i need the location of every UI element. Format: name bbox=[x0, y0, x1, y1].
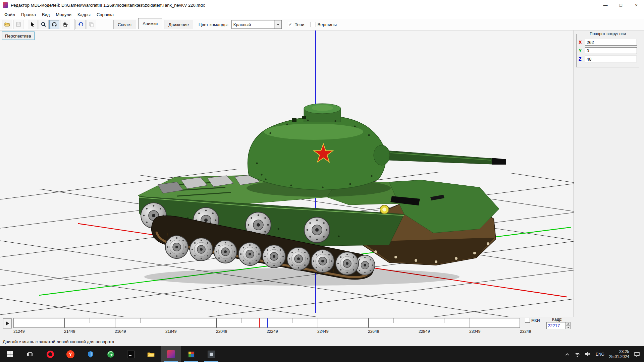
taskbar-item-terminal[interactable] bbox=[121, 346, 141, 362]
windows-logo-icon bbox=[7, 351, 13, 358]
tab-skeleton[interactable]: Скелет bbox=[113, 20, 136, 29]
taskbar: Y bbox=[0, 346, 644, 362]
pan-tool-button[interactable] bbox=[60, 20, 70, 29]
ruler-tick bbox=[64, 318, 65, 327]
rotation-groupbox: Поворот вокруг оси X Y Z bbox=[576, 34, 639, 67]
language-indicator[interactable]: ENG bbox=[596, 352, 604, 357]
taskbar-item-model-viewer[interactable] bbox=[181, 346, 201, 362]
current-frame-marker[interactable] bbox=[259, 318, 260, 327]
shadows-option: ✓ Тени bbox=[288, 22, 305, 27]
ruler-minor-tick bbox=[39, 318, 39, 323]
magnifier-icon bbox=[41, 21, 47, 27]
axis-x-input[interactable] bbox=[585, 39, 637, 46]
ruler-minor-tick bbox=[343, 318, 343, 323]
taskbar-item-yandex[interactable]: Y bbox=[60, 346, 80, 362]
taskbar-item-mdl-editor[interactable] bbox=[161, 346, 181, 362]
timeline: 21249 21449 21649 21849 22049 22249 2244… bbox=[0, 317, 644, 337]
yandex-icon: Y bbox=[66, 350, 74, 358]
rotation-panel: Поворот вокруг оси X Y Z bbox=[574, 31, 644, 317]
tank-model bbox=[138, 104, 506, 286]
segment-marker[interactable] bbox=[267, 318, 268, 327]
minimize-button[interactable]: — bbox=[598, 0, 613, 10]
ruler-tick bbox=[368, 318, 369, 327]
start-button[interactable] bbox=[0, 346, 20, 362]
frame-spinner-down[interactable] bbox=[566, 326, 571, 329]
copy-icon bbox=[88, 21, 94, 27]
viewport-3d[interactable]: Перспектива bbox=[0, 31, 574, 317]
select-tool-button[interactable] bbox=[28, 20, 38, 29]
menu-item-modules[interactable]: Модули bbox=[53, 11, 74, 18]
menu-item-help[interactable]: Справка bbox=[94, 11, 117, 18]
taskbar-item-opera[interactable] bbox=[40, 346, 60, 362]
tick-label: 22249 bbox=[267, 329, 278, 334]
vertices-checkbox[interactable] bbox=[311, 22, 316, 27]
play-icon bbox=[6, 321, 9, 325]
perspective-button[interactable]: Перспектива bbox=[2, 32, 35, 40]
play-button[interactable] bbox=[3, 318, 12, 328]
frame-input[interactable] bbox=[546, 322, 566, 329]
zoom-tool-button[interactable] bbox=[39, 20, 49, 29]
team-color-label: Цвет команды: bbox=[199, 22, 229, 27]
ruler-tick bbox=[166, 318, 166, 327]
ruler-tick bbox=[419, 318, 419, 327]
notification-icon[interactable] bbox=[634, 352, 640, 357]
clock-time: 23:25 bbox=[609, 349, 629, 354]
toolbar: Скелет Анимки Движение Цвет команды: Кра… bbox=[0, 19, 644, 31]
team-color-dropdown-button[interactable] bbox=[274, 20, 281, 28]
mdl-editor-window: Редактор MDL-моделей: D:\Games\WarcraftI… bbox=[0, 0, 644, 362]
save-button[interactable] bbox=[13, 20, 23, 29]
undo-button[interactable] bbox=[75, 20, 86, 29]
status-bar: Двигайте мышь с зажатой левой кнопкой дл… bbox=[0, 337, 644, 346]
close-button[interactable]: × bbox=[629, 0, 644, 10]
rotate-tool-button[interactable] bbox=[49, 20, 59, 29]
ruler-tick bbox=[470, 318, 470, 327]
wifi-icon[interactable] bbox=[574, 352, 580, 357]
chevron-down-icon bbox=[277, 24, 279, 25]
ruler-tick bbox=[216, 318, 217, 327]
menu-item-file[interactable]: Файл bbox=[1, 11, 18, 18]
tab-movement[interactable]: Движение bbox=[164, 20, 193, 29]
volume-muted-icon[interactable] bbox=[585, 352, 591, 357]
vertices-label: Вершины bbox=[318, 22, 337, 27]
status-text: Двигайте мышь с зажатой левой кнопкой дл… bbox=[3, 339, 114, 344]
model-viewer-icon bbox=[187, 351, 195, 358]
menu-item-view[interactable]: Вид bbox=[39, 11, 53, 18]
team-color-select[interactable]: Красный bbox=[231, 20, 282, 29]
taskbar-item-shield-app[interactable] bbox=[80, 346, 101, 362]
axis-z-input[interactable] bbox=[585, 56, 637, 62]
vertices-option: Вершины bbox=[311, 22, 337, 27]
tick-label: 22849 bbox=[419, 329, 430, 334]
frame-spinner-up[interactable] bbox=[566, 322, 571, 326]
system-tray: ENG 23:25 25.01.2024 bbox=[565, 346, 644, 362]
frame-label: Кадр: bbox=[552, 317, 562, 322]
tick-label: 21649 bbox=[115, 329, 126, 334]
tray-expand-icon[interactable] bbox=[565, 353, 570, 356]
menu-bar: Файл Правка Вид Модули Кадры Справка bbox=[0, 10, 644, 19]
shadows-label: Тени bbox=[295, 22, 305, 27]
mki-checkbox[interactable] bbox=[525, 318, 530, 323]
ruler-minor-tick bbox=[191, 318, 191, 323]
tick-label: 21249 bbox=[13, 329, 24, 334]
hand-icon bbox=[62, 21, 68, 27]
axis-y-input[interactable] bbox=[585, 47, 637, 54]
tick-label: 21849 bbox=[165, 329, 176, 334]
taskbar-item-image-editor[interactable] bbox=[201, 346, 221, 362]
shadows-checkbox[interactable]: ✓ bbox=[288, 22, 293, 27]
copy-button[interactable] bbox=[86, 20, 96, 29]
timeline-ruler[interactable] bbox=[13, 318, 520, 328]
team-color-value: Красный bbox=[232, 22, 274, 27]
clock-date: 25.01.2024 bbox=[609, 354, 629, 359]
undo-icon bbox=[77, 21, 84, 27]
image-editor-icon bbox=[208, 351, 215, 358]
ruler-minor-tick bbox=[292, 318, 292, 323]
menu-item-frames[interactable]: Кадры bbox=[74, 11, 94, 18]
menu-item-edit[interactable]: Правка bbox=[18, 11, 39, 18]
maximize-button[interactable]: □ bbox=[613, 0, 629, 10]
ruler-minor-tick bbox=[90, 318, 90, 323]
taskbar-item-file-explorer[interactable] bbox=[141, 346, 161, 362]
task-view-button[interactable] bbox=[20, 346, 40, 362]
clock[interactable]: 23:25 25.01.2024 bbox=[609, 349, 629, 359]
taskbar-item-browser[interactable] bbox=[101, 346, 121, 362]
open-file-button[interactable] bbox=[2, 20, 12, 29]
tab-animations[interactable]: Анимки bbox=[138, 18, 162, 29]
